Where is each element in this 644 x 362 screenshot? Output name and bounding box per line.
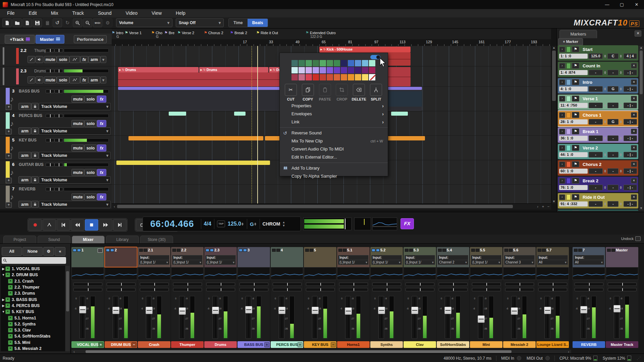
context-menu-item[interactable]: Mix To New Clip ctrl + W — [280, 137, 388, 145]
key-spinner[interactable] — [620, 152, 622, 157]
automation-param-dropdown[interactable]: Track Volume▾ — [39, 176, 111, 184]
monitor-speaker-button[interactable] — [36, 76, 43, 83]
channel-name-label[interactable]: Drums — [204, 341, 237, 348]
track-pan-slider[interactable] — [54, 69, 63, 73]
color-swatch[interactable] — [313, 60, 319, 66]
marker-key-field[interactable]: - — [607, 152, 619, 158]
marker-row[interactable]: › ⚑ Ride it Out ✕ 91: 4 :332 - - - | - — [558, 193, 638, 208]
input-dropdown[interactable]: All▾ — [574, 260, 604, 265]
tree-checkbox[interactable]: ✕ — [8, 328, 13, 333]
marker-expand-button[interactable]: › — [559, 129, 565, 134]
mixer-channel-strip[interactable]: 3 0 -6 — [237, 247, 270, 349]
track-header[interactable]: 6 GUITAR BUS ♪ + mute solo fx arm Track … — [0, 160, 112, 185]
eq-curve[interactable] — [370, 267, 403, 280]
volume-fader[interactable] — [312, 296, 318, 339]
pan-slider[interactable] — [239, 283, 268, 286]
send-slider[interactable] — [239, 288, 268, 291]
marker-time-field[interactable]: 60: 1 :0 — [559, 169, 588, 174]
menu-item[interactable]: View — [145, 9, 169, 17]
tree-checkbox[interactable]: ✕ — [8, 346, 13, 351]
marker-color-chip[interactable] — [567, 112, 571, 118]
toolbar-icon[interactable] — [43, 18, 52, 27]
fx-button[interactable]: fx — [97, 169, 106, 176]
clip-loop-icon[interactable]: ↻ — [323, 48, 326, 51]
audio-clip[interactable]: ▶ ↻ Drums — [118, 67, 199, 72]
timeline-marker-flag[interactable]: ⚑ Chorus 2 — [204, 31, 223, 35]
color-swatch[interactable] — [369, 67, 375, 73]
context-menu-item[interactable]: Convert Audio Clip To MIDI — [280, 145, 388, 153]
mute-button[interactable]: mute — [71, 169, 84, 176]
eq-curve[interactable] — [138, 267, 170, 280]
volume-fader[interactable] — [614, 296, 620, 339]
fx-button[interactable]: fx — [97, 120, 106, 127]
color-swatch[interactable] — [306, 74, 312, 80]
marker-signature-field[interactable]: - | - — [624, 185, 637, 190]
fx-button[interactable]: fx — [80, 76, 88, 83]
send-slider[interactable] — [73, 288, 102, 291]
marker-tempo-field[interactable]: 125.0 — [589, 53, 603, 59]
key-spinner[interactable] — [620, 54, 622, 59]
track-pan-slider[interactable] — [54, 163, 63, 167]
expand-subtracks-button[interactable]: + — [6, 202, 12, 208]
marker-color-chip[interactable] — [567, 145, 571, 151]
channel-leds[interactable] — [405, 249, 413, 252]
pan-slider[interactable] — [107, 283, 136, 286]
volume-fader[interactable] — [511, 296, 517, 339]
send-slider[interactable] — [306, 288, 335, 291]
key-spinner[interactable] — [620, 86, 622, 92]
fx-button[interactable]: fx — [80, 56, 88, 63]
send-slider[interactable] — [372, 288, 401, 291]
pan-slider[interactable] — [273, 283, 302, 286]
color-swatch[interactable] — [291, 60, 298, 66]
marker-signature-field[interactable]: - | - — [624, 201, 637, 207]
marker-delete-button[interactable]: ✕ — [631, 96, 637, 101]
fader-handle[interactable] — [345, 307, 352, 315]
marker-row[interactable]: › ⚑ Verse 2 ✕ 44: 1 :0 - - - | - — [558, 144, 638, 159]
toolbar-icon[interactable]: ↺ — [53, 18, 62, 27]
tree-checkbox[interactable]: ✕ — [5, 273, 10, 277]
automation-button[interactable] — [69, 76, 80, 83]
tree-checkbox[interactable]: ✕ — [5, 303, 10, 308]
marker-signature-field[interactable]: - | - — [624, 135, 637, 141]
tree-expand-arrow[interactable]: ▼ — [1, 273, 5, 277]
marker-color-chip[interactable] — [567, 129, 571, 134]
tree-item[interactable]: ▶ ✕ 4. PERCS BUS — [1, 303, 65, 309]
marker-delete-button[interactable]: ✕ — [631, 112, 637, 118]
markers-tab[interactable]: Markers — [559, 30, 597, 38]
time-mode-button[interactable]: Time — [229, 19, 248, 27]
send-slider[interactable] — [608, 288, 637, 291]
marker-time-field[interactable]: 44: 1 :0 — [559, 152, 588, 157]
pan-slider[interactable] — [608, 283, 637, 286]
send-slider[interactable] — [206, 288, 235, 291]
solo-button[interactable]: solo — [84, 96, 97, 103]
tree-checkbox[interactable]: ✕ — [5, 309, 10, 314]
color-swatch[interactable] — [320, 74, 326, 80]
tree-item[interactable]: ✕ 2.3. Drums — [1, 290, 65, 296]
mute-button[interactable]: mute — [71, 144, 84, 152]
marker-time-field[interactable]: 4: 1 :0 — [559, 86, 588, 92]
clip-action-button[interactable]: COPY — [300, 84, 316, 101]
pan-slider[interactable] — [538, 283, 567, 286]
tree-scrollbar[interactable] — [65, 266, 70, 351]
collapse-group-button[interactable]: + — [98, 342, 103, 347]
mixer-channel-strip[interactable]: Master 0 -6 — [606, 247, 638, 349]
color-swatch[interactable] — [291, 67, 298, 73]
master-track-button[interactable]: Master — [36, 35, 64, 44]
eq-curve[interactable] — [536, 267, 569, 280]
marker-expand-button[interactable]: › — [559, 96, 565, 102]
arm-button[interactable]: arm — [18, 152, 31, 159]
marker-tempo-field[interactable]: - — [589, 86, 603, 92]
track-volume-slider[interactable] — [46, 187, 54, 191]
send-slider[interactable] — [575, 288, 603, 291]
track-volume-slider[interactable] — [46, 138, 54, 142]
audio-clip[interactable] — [118, 72, 305, 86]
marker-expand-button[interactable]: › — [559, 178, 565, 184]
mixer-settings-button[interactable]: ⚙ — [43, 247, 54, 256]
marker-tempo-field[interactable]: - — [589, 70, 603, 75]
fader-handle[interactable] — [378, 307, 385, 314]
marker-key-field[interactable]: - — [607, 168, 619, 174]
audio-clip[interactable] — [388, 67, 411, 86]
input-dropdown[interactable]: All▾ — [537, 260, 568, 265]
marker-key-field[interactable]: - — [607, 135, 619, 141]
marker-time-field[interactable]: 36: 1 :0 — [559, 136, 588, 141]
